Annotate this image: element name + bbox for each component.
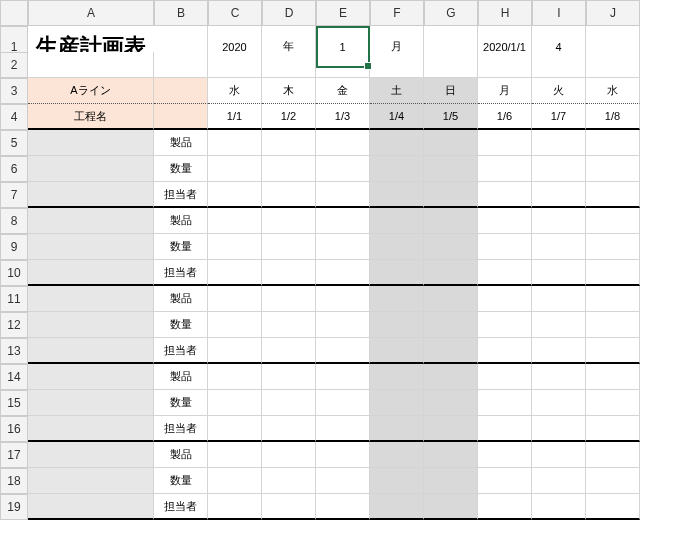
cell-r2-8[interactable] — [532, 52, 586, 78]
data-cell-r8-c1[interactable] — [262, 208, 316, 234]
data-cell-r9-c6[interactable] — [532, 234, 586, 260]
data-cell-r16-c7[interactable] — [586, 416, 640, 442]
data-cell-r17-c5[interactable] — [478, 442, 532, 468]
cell-r2-3[interactable] — [262, 52, 316, 78]
data-cell-r16-c4[interactable] — [424, 416, 478, 442]
cell-r2-6[interactable] — [424, 52, 478, 78]
data-cell-r9-c3[interactable] — [370, 234, 424, 260]
process-name-col-r8[interactable] — [28, 208, 154, 234]
cell-r2-9[interactable] — [586, 52, 640, 78]
cell-r2-0[interactable] — [28, 52, 154, 78]
data-cell-r14-c5[interactable] — [478, 364, 532, 390]
data-cell-r10-c7[interactable] — [586, 260, 640, 286]
data-cell-r14-c3[interactable] — [370, 364, 424, 390]
data-cell-r6-c7[interactable] — [586, 156, 640, 182]
row-header-8[interactable]: 8 — [0, 208, 28, 234]
data-cell-r11-c3[interactable] — [370, 286, 424, 312]
data-cell-r16-c0[interactable] — [208, 416, 262, 442]
data-cell-r13-c3[interactable] — [370, 338, 424, 364]
row-header-11[interactable]: 11 — [0, 286, 28, 312]
weekday-4[interactable]: 日 — [424, 78, 478, 104]
data-cell-r19-c1[interactable] — [262, 494, 316, 520]
data-cell-r16-c1[interactable] — [262, 416, 316, 442]
row-header-4[interactable]: 4 — [0, 104, 28, 130]
process-name-col-r13[interactable] — [28, 338, 154, 364]
field-label-担当者-r7[interactable]: 担当者 — [154, 182, 208, 208]
data-cell-r19-c0[interactable] — [208, 494, 262, 520]
field-label-数量-r15[interactable]: 数量 — [154, 390, 208, 416]
data-cell-r19-c5[interactable] — [478, 494, 532, 520]
data-cell-r13-c5[interactable] — [478, 338, 532, 364]
process-name-col-r14[interactable] — [28, 364, 154, 390]
row-header-12[interactable]: 12 — [0, 312, 28, 338]
data-cell-r12-c7[interactable] — [586, 312, 640, 338]
col-header-D[interactable]: D — [262, 0, 316, 26]
data-cell-r15-c1[interactable] — [262, 390, 316, 416]
row-header-2[interactable]: 2 — [0, 52, 28, 78]
data-cell-r7-c3[interactable] — [370, 182, 424, 208]
col-header-F[interactable]: F — [370, 0, 424, 26]
cell-r2-1[interactable] — [154, 52, 208, 78]
data-cell-r19-c6[interactable] — [532, 494, 586, 520]
data-cell-r5-c4[interactable] — [424, 130, 478, 156]
cell-B3[interactable] — [154, 78, 208, 104]
col-header-G[interactable]: G — [424, 0, 478, 26]
corner[interactable] — [0, 0, 28, 26]
data-cell-r15-c5[interactable] — [478, 390, 532, 416]
data-cell-r12-c2[interactable] — [316, 312, 370, 338]
data-cell-r7-c0[interactable] — [208, 182, 262, 208]
data-cell-r14-c0[interactable] — [208, 364, 262, 390]
field-label-製品-r5[interactable]: 製品 — [154, 130, 208, 156]
row-header-19[interactable]: 19 — [0, 494, 28, 520]
process-name-col-r10[interactable] — [28, 260, 154, 286]
field-label-製品-r11[interactable]: 製品 — [154, 286, 208, 312]
date-1[interactable]: 1/2 — [262, 104, 316, 130]
data-cell-r10-c5[interactable] — [478, 260, 532, 286]
month-value[interactable]: 1 — [316, 26, 370, 68]
process-name-col-r5[interactable] — [28, 130, 154, 156]
data-cell-r10-c6[interactable] — [532, 260, 586, 286]
data-cell-r11-c1[interactable] — [262, 286, 316, 312]
row-header-13[interactable]: 13 — [0, 338, 28, 364]
data-cell-r18-c0[interactable] — [208, 468, 262, 494]
data-cell-r11-c0[interactable] — [208, 286, 262, 312]
data-cell-r5-c2[interactable] — [316, 130, 370, 156]
data-cell-r15-c6[interactable] — [532, 390, 586, 416]
data-cell-r12-c0[interactable] — [208, 312, 262, 338]
data-cell-r5-c6[interactable] — [532, 130, 586, 156]
data-cell-r10-c4[interactable] — [424, 260, 478, 286]
row-header-15[interactable]: 15 — [0, 390, 28, 416]
process-name-col-r19[interactable] — [28, 494, 154, 520]
cell-r2-2[interactable] — [208, 52, 262, 78]
data-cell-r12-c4[interactable] — [424, 312, 478, 338]
data-cell-r7-c4[interactable] — [424, 182, 478, 208]
data-cell-r11-c5[interactable] — [478, 286, 532, 312]
col-header-B[interactable]: B — [154, 0, 208, 26]
data-cell-r5-c3[interactable] — [370, 130, 424, 156]
process-name-col-r16[interactable] — [28, 416, 154, 442]
data-cell-r8-c2[interactable] — [316, 208, 370, 234]
row-header-3[interactable]: 3 — [0, 78, 28, 104]
data-cell-r17-c6[interactable] — [532, 442, 586, 468]
col-header-A[interactable]: A — [28, 0, 154, 26]
data-cell-r14-c2[interactable] — [316, 364, 370, 390]
date-6[interactable]: 1/7 — [532, 104, 586, 130]
data-cell-r7-c6[interactable] — [532, 182, 586, 208]
col-header-J[interactable]: J — [586, 0, 640, 26]
process-label[interactable]: 工程名 — [28, 104, 154, 130]
data-cell-r16-c3[interactable] — [370, 416, 424, 442]
data-cell-r12-c6[interactable] — [532, 312, 586, 338]
data-cell-r18-c3[interactable] — [370, 468, 424, 494]
data-cell-r14-c7[interactable] — [586, 364, 640, 390]
date-0[interactable]: 1/1 — [208, 104, 262, 130]
data-cell-r8-c0[interactable] — [208, 208, 262, 234]
data-cell-r17-c3[interactable] — [370, 442, 424, 468]
data-cell-r9-c5[interactable] — [478, 234, 532, 260]
process-name-col-r9[interactable] — [28, 234, 154, 260]
row-header-16[interactable]: 16 — [0, 416, 28, 442]
weekday-6[interactable]: 火 — [532, 78, 586, 104]
data-cell-r12-c1[interactable] — [262, 312, 316, 338]
data-cell-r15-c3[interactable] — [370, 390, 424, 416]
process-name-col-r15[interactable] — [28, 390, 154, 416]
data-cell-r8-c5[interactable] — [478, 208, 532, 234]
